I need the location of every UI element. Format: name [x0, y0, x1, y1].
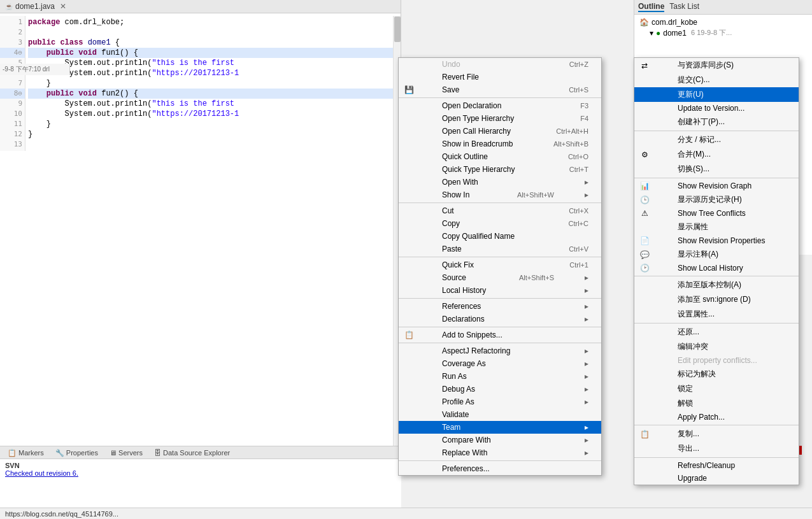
tab-markers[interactable]: 📋 Markers — [3, 448, 49, 459]
menu-item-show-breadcrumb[interactable]: Show in Breadcrumb Alt+Shift+B — [399, 138, 601, 150]
svn-menu-branch-tag[interactable]: 分支 / 标记... — [634, 132, 799, 147]
menu-item-source[interactable]: Source Alt+Shift+S ▸ — [399, 271, 601, 284]
menu-item-cut[interactable]: Cut Ctrl+X — [399, 204, 601, 217]
menu-item-copy[interactable]: Copy Ctrl+C — [399, 217, 601, 230]
code-area[interactable]: package com.drl_kobe; public class dome1… — [25, 16, 401, 446]
menu-item-quick-fix[interactable]: Quick Fix Ctrl+1 — [399, 259, 601, 271]
menu-separator-4 — [399, 298, 601, 299]
menu-item-replace-with[interactable]: Replace With ▸ — [399, 446, 601, 459]
menu-item-open-type-hierarchy[interactable]: Open Type Hierarchy F4 — [399, 112, 601, 125]
svn-context-menu: ⇄ 与资源库同步(S) 提交(C)... 更新(U) Update to Ver… — [634, 57, 799, 485]
svn-menu-upgrade[interactable]: Upgrade — [634, 472, 799, 485]
outline-package: 🏠 com.drl_kobe — [639, 17, 807, 27]
svn-menu-show-revision-properties[interactable]: 📄 Show Revision Properties — [634, 234, 799, 247]
menu-item-compare-with[interactable]: Compare With ▸ — [399, 434, 601, 446]
svn-menu-show-properties[interactable]: 显示属性 — [634, 220, 799, 234]
svn-menu-switch[interactable]: 切换(S)... — [634, 162, 799, 176]
svn-menu-copy[interactable]: 📋 复制... — [634, 427, 799, 441]
svn-menu-merge[interactable]: ⚙ 合并(M)... — [634, 147, 799, 162]
svn-revision-message[interactable]: Checked out revision 6. — [5, 469, 396, 477]
menu-item-profile-as[interactable]: Profile As ▸ — [399, 395, 601, 408]
svn-menu-export[interactable]: 导出... — [634, 441, 799, 456]
snippets-icon: 📋 — [404, 331, 414, 339]
outline-revision: 6 19-9-8 下... — [689, 28, 732, 38]
svn-sep-6 — [634, 457, 799, 458]
svn-menu-edit-property-conflicts[interactable]: Edit property conflicts... — [634, 354, 799, 367]
local-history-icon: 🕑 — [639, 264, 650, 273]
svn-sep-2 — [634, 178, 799, 178]
svn-menu-refresh-cleanup[interactable]: Refresh/Cleanup — [634, 459, 799, 472]
svn-menu-show-annotations[interactable]: 💬 显示注释(A) — [634, 247, 799, 262]
menu-item-undo[interactable]: Undo Ctrl+Z — [399, 58, 601, 71]
arrow-icon-profile: ▸ — [585, 397, 588, 406]
tab-properties[interactable]: 🔧 Properties — [50, 448, 103, 459]
menu-separator-2 — [399, 203, 601, 203]
menu-item-aspectj-refactoring[interactable]: AspectJ Refactoring ▸ — [399, 345, 601, 357]
menu-item-team[interactable]: Team ▸ — [399, 421, 601, 434]
svn-menu-apply-patch[interactable]: Apply Patch... — [634, 411, 799, 423]
menu-item-coverage-as[interactable]: Coverage As ▸ — [399, 357, 601, 370]
svn-menu-show-tree-conflicts[interactable]: ⚠ Show Tree Conflicts — [634, 207, 799, 220]
svn-menu-mark-resolved[interactable]: 标记为解决 — [634, 367, 799, 381]
menu-item-quick-type-hierarchy[interactable]: Quick Type Hierarchy Ctrl+T — [399, 163, 601, 176]
menu-item-open-with[interactable]: Open With ▸ — [399, 176, 601, 188]
svn-menu-update-version[interactable]: Update to Version... — [634, 102, 799, 115]
editor-tab-label: dome1.java — [15, 2, 55, 11]
arrow-icon-team: ▸ — [585, 423, 588, 432]
left-status-bar: -9-8 下午7:10 drl — [0, 64, 70, 75]
svn-menu-unlock[interactable]: 解锁 — [634, 396, 799, 411]
svn-menu-update[interactable]: 更新(U) — [634, 87, 799, 102]
svn-menu-set-properties[interactable]: 设置属性... — [634, 307, 799, 322]
tab-datasource[interactable]: 🗄 Data Source Explorer — [149, 448, 235, 459]
menu-separator-6 — [399, 343, 601, 343]
svn-menu-edit-conflicts[interactable]: 编辑冲突 — [634, 339, 799, 354]
menu-item-paste[interactable]: Paste Ctrl+V — [399, 243, 601, 255]
menu-separator-5 — [399, 327, 601, 327]
menu-item-add-snippets[interactable]: 📋 Add to Snippets... — [399, 329, 601, 341]
arrow-icon: ▸ — [585, 178, 588, 187]
arrow-icon-replace: ▸ — [585, 448, 588, 457]
outline-header: Outline Task List — [634, 0, 812, 15]
menu-item-declarations[interactable]: Declarations ▸ — [399, 313, 601, 325]
arrow-icon-show-in: ▸ — [585, 190, 588, 199]
line-numbers: 123 4⊖ 567 8⊖ 910111213 — [0, 16, 25, 151]
menu-item-validate[interactable]: Validate — [399, 408, 601, 421]
svn-menu-show-local-history[interactable]: 🕑 Show Local History — [634, 262, 799, 274]
menu-item-open-declaration[interactable]: Open Declaration F3 — [399, 99, 601, 112]
merge-icon: ⚙ — [639, 150, 650, 159]
menu-item-open-call-hierarchy[interactable]: Open Call Hierarchy Ctrl+Alt+H — [399, 125, 601, 138]
menu-item-references[interactable]: References ▸ — [399, 300, 601, 313]
svn-menu-revert[interactable]: 还原... — [634, 325, 799, 339]
svn-menu-add-svnignore[interactable]: 添加至 svn:ignore (D) — [634, 292, 799, 307]
url-text: https://blog.csdn.net/qq_45114769... — [5, 510, 118, 518]
java-file-icon: ☕ — [5, 3, 13, 10]
menu-item-preferences[interactable]: Preferences... — [399, 462, 601, 475]
menu-item-debug-as[interactable]: Debug As ▸ — [399, 383, 601, 395]
svn-menu-sync[interactable]: ⇄ 与资源库同步(S) — [634, 58, 799, 73]
menu-item-local-history[interactable]: Local History ▸ — [399, 284, 601, 297]
svn-menu-lock[interactable]: 锁定 — [634, 381, 799, 396]
outline-class: ▾ ● dome1 6 19-9-8 下... — [639, 27, 807, 38]
menu-item-run-as[interactable]: Run As ▸ — [399, 370, 601, 383]
menu-item-show-in[interactable]: Show In Alt+Shift+W ▸ — [399, 188, 601, 201]
tab-servers[interactable]: 🖥 Servers — [104, 448, 148, 459]
menu-item-save[interactable]: 💾 Save Ctrl+S — [399, 83, 601, 96]
svn-menu-show-revision-graph[interactable]: 📊 Show Revision Graph — [634, 180, 799, 192]
menu-item-copy-qualified-name[interactable]: Copy Qualified Name — [399, 230, 601, 243]
svn-menu-show-history[interactable]: 🕒 显示源历史记录(H) — [634, 192, 799, 207]
svn-title: SVN — [5, 462, 396, 469]
arrow-icon-run: ▸ — [585, 372, 588, 381]
svn-menu-add-version-control[interactable]: 添加至版本控制(A) — [634, 278, 799, 292]
svn-menu-create-patch[interactable]: 创建补丁(P)... — [634, 115, 799, 129]
history-icon: 🕒 — [639, 196, 650, 204]
editor-tab[interactable]: ☕ dome1.java ✕ — [0, 0, 401, 13]
outline-tab[interactable]: Outline — [638, 2, 664, 12]
task-list-tab[interactable]: Task List — [669, 2, 699, 12]
tab-close-icon[interactable]: ✕ — [60, 2, 66, 11]
menu-item-quick-outline[interactable]: Quick Outline Ctrl+O — [399, 150, 601, 163]
svn-menu-commit[interactable]: 提交(C)... — [634, 73, 799, 87]
svn-sep-4 — [634, 323, 799, 323]
arrow-icon-local-history: ▸ — [585, 286, 588, 295]
package-icon: 🏠 — [639, 18, 649, 27]
menu-item-revert-file[interactable]: Revert File — [399, 71, 601, 83]
